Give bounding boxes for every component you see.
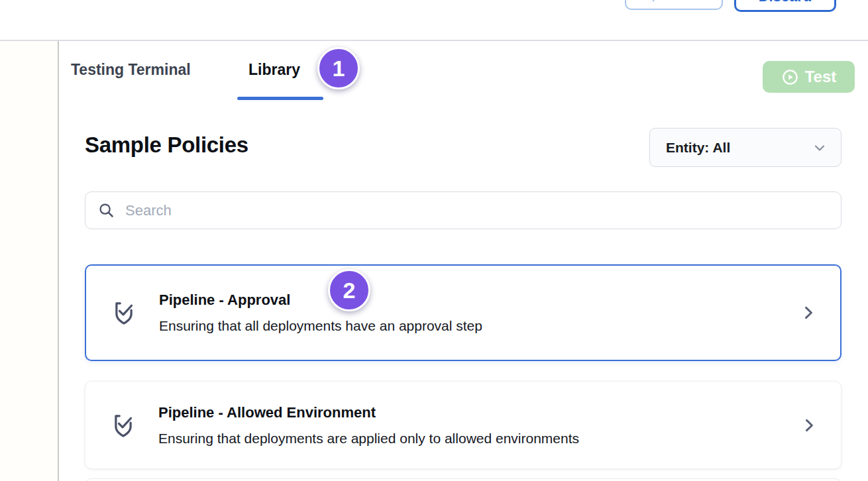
- shield-check-icon: [108, 410, 138, 441]
- play-circle-icon: [781, 68, 799, 86]
- top-bar: Save Discard: [0, 0, 868, 41]
- left-sidebar-strip: [0, 41, 59, 481]
- annotation-badge-1: 1: [317, 47, 360, 89]
- save-button[interactable]: Save: [625, 0, 723, 10]
- discard-button-label: Discard: [759, 0, 812, 5]
- discard-button[interactable]: Discard: [734, 0, 836, 12]
- chevron-down-icon: [812, 140, 828, 156]
- entity-filter-dropdown[interactable]: Entity: All: [649, 128, 841, 167]
- shield-check-icon: [109, 297, 139, 328]
- policy-card-text: Pipeline - Approval Ensuring that all de…: [159, 292, 482, 334]
- policy-title: Pipeline - Allowed Environment: [158, 404, 579, 421]
- policy-card-text: Pipeline - Allowed Environment Ensuring …: [158, 404, 579, 447]
- tab-library[interactable]: Library: [248, 61, 300, 79]
- policy-card-pipeline-approval[interactable]: Pipeline - Approval Ensuring that all de…: [85, 264, 841, 361]
- plus-icon: [647, 0, 660, 2]
- test-button[interactable]: Test: [763, 61, 855, 93]
- chevron-right-icon[interactable]: [800, 416, 818, 435]
- search-icon: [97, 201, 115, 219]
- chevron-right-icon[interactable]: [799, 303, 818, 322]
- active-tab-underline: [237, 97, 323, 100]
- page-title: Sample Policies: [85, 133, 248, 158]
- policy-description: Ensuring that all deployments have an ap…: [159, 318, 482, 334]
- save-button-label: Save: [667, 0, 700, 4]
- screen: Save Discard Testing Terminal Library 1 …: [0, 0, 868, 481]
- annotation-badge-2: 2: [328, 269, 370, 311]
- policy-description: Ensuring that deployments are applied on…: [158, 431, 579, 447]
- policy-card-partial[interactable]: [85, 478, 841, 481]
- policy-title: Pipeline - Approval: [159, 292, 482, 309]
- search-box[interactable]: [85, 191, 841, 229]
- entity-filter-value: Entity: All: [666, 140, 730, 156]
- search-input[interactable]: [125, 202, 829, 219]
- policy-card-pipeline-allowed-environment[interactable]: Pipeline - Allowed Environment Ensuring …: [85, 381, 841, 469]
- tab-testing-terminal[interactable]: Testing Terminal: [71, 61, 191, 79]
- test-button-label: Test: [805, 68, 837, 86]
